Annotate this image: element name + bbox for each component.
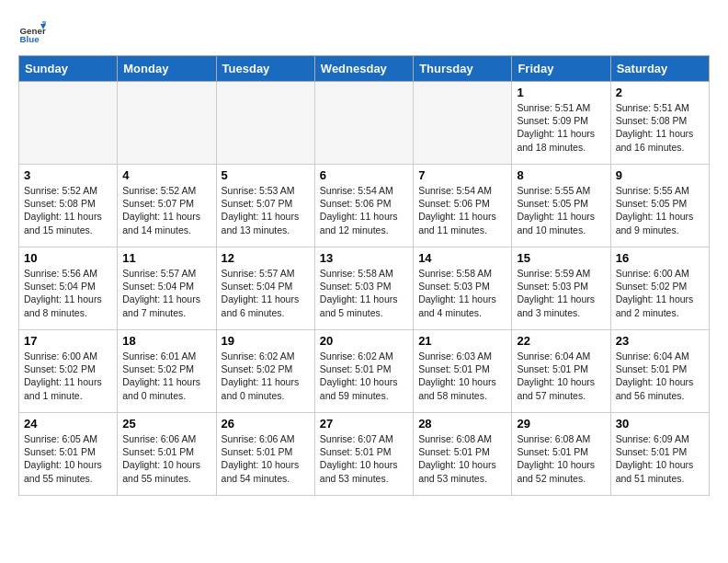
calendar-cell: 29Sunrise: 6:08 AM Sunset: 5:01 PM Dayli… bbox=[512, 413, 610, 496]
day-info: Sunrise: 6:07 AM Sunset: 5:01 PM Dayligh… bbox=[320, 432, 408, 485]
week-row-5: 24Sunrise: 6:05 AM Sunset: 5:01 PM Dayli… bbox=[19, 413, 710, 496]
calendar-cell: 27Sunrise: 6:07 AM Sunset: 5:01 PM Dayli… bbox=[314, 413, 413, 496]
calendar-table: SundayMondayTuesdayWednesdayThursdayFrid… bbox=[18, 55, 710, 496]
day-info: Sunrise: 5:54 AM Sunset: 5:06 PM Dayligh… bbox=[320, 184, 408, 236]
day-info: Sunrise: 5:54 AM Sunset: 5:06 PM Dayligh… bbox=[418, 184, 506, 236]
day-info: Sunrise: 5:55 AM Sunset: 5:05 PM Dayligh… bbox=[616, 184, 704, 236]
day-number: 5 bbox=[222, 168, 310, 182]
calendar-cell: 4Sunrise: 5:52 AM Sunset: 5:07 PM Daylig… bbox=[118, 165, 216, 247]
calendar-cell: 6Sunrise: 5:54 AM Sunset: 5:06 PM Daylig… bbox=[314, 165, 413, 247]
week-row-3: 10Sunrise: 5:56 AM Sunset: 5:04 PM Dayli… bbox=[19, 247, 710, 330]
day-number: 8 bbox=[517, 168, 605, 182]
calendar-cell: 7Sunrise: 5:54 AM Sunset: 5:06 PM Daylig… bbox=[414, 165, 512, 247]
day-info: Sunrise: 5:56 AM Sunset: 5:04 PM Dayligh… bbox=[24, 267, 112, 319]
day-number: 27 bbox=[320, 417, 408, 431]
weekday-header-row: SundayMondayTuesdayWednesdayThursdayFrid… bbox=[19, 56, 710, 82]
weekday-header-tuesday: Tuesday bbox=[216, 56, 314, 82]
calendar-cell: 8Sunrise: 5:55 AM Sunset: 5:05 PM Daylig… bbox=[512, 165, 610, 247]
day-number: 1 bbox=[517, 86, 605, 99]
calendar-cell: 1Sunrise: 5:51 AM Sunset: 5:09 PM Daylig… bbox=[512, 82, 610, 165]
day-number: 30 bbox=[616, 417, 704, 431]
calendar-cell: 10Sunrise: 5:56 AM Sunset: 5:04 PM Dayli… bbox=[19, 247, 118, 330]
calendar-cell: 20Sunrise: 6:02 AM Sunset: 5:01 PM Dayli… bbox=[314, 330, 413, 413]
calendar-cell bbox=[314, 82, 413, 165]
weekday-header-sunday: Sunday bbox=[19, 56, 118, 82]
day-info: Sunrise: 6:08 AM Sunset: 5:01 PM Dayligh… bbox=[517, 432, 605, 485]
day-number: 6 bbox=[320, 168, 408, 182]
day-number: 20 bbox=[320, 334, 408, 348]
day-info: Sunrise: 5:51 AM Sunset: 5:09 PM Dayligh… bbox=[517, 101, 605, 154]
day-number: 15 bbox=[517, 251, 605, 265]
day-info: Sunrise: 5:58 AM Sunset: 5:03 PM Dayligh… bbox=[418, 267, 506, 319]
calendar-cell bbox=[19, 82, 118, 165]
day-info: Sunrise: 6:09 AM Sunset: 5:01 PM Dayligh… bbox=[616, 432, 704, 485]
day-info: Sunrise: 6:02 AM Sunset: 5:01 PM Dayligh… bbox=[320, 350, 408, 402]
day-info: Sunrise: 6:05 AM Sunset: 5:01 PM Dayligh… bbox=[24, 432, 112, 485]
day-info: Sunrise: 6:06 AM Sunset: 5:01 PM Dayligh… bbox=[222, 432, 310, 485]
day-info: Sunrise: 5:52 AM Sunset: 5:08 PM Dayligh… bbox=[24, 184, 112, 236]
week-row-2: 3Sunrise: 5:52 AM Sunset: 5:08 PM Daylig… bbox=[19, 165, 710, 247]
calendar-cell: 11Sunrise: 5:57 AM Sunset: 5:04 PM Dayli… bbox=[118, 247, 216, 330]
day-number: 11 bbox=[122, 251, 210, 265]
day-info: Sunrise: 6:06 AM Sunset: 5:01 PM Dayligh… bbox=[122, 432, 210, 485]
calendar-cell: 28Sunrise: 6:08 AM Sunset: 5:01 PM Dayli… bbox=[414, 413, 512, 496]
day-number: 2 bbox=[616, 86, 704, 99]
day-info: Sunrise: 5:58 AM Sunset: 5:03 PM Dayligh… bbox=[320, 267, 408, 319]
day-info: Sunrise: 6:03 AM Sunset: 5:01 PM Dayligh… bbox=[418, 350, 506, 402]
calendar-cell: 5Sunrise: 5:53 AM Sunset: 5:07 PM Daylig… bbox=[216, 165, 314, 247]
day-info: Sunrise: 6:04 AM Sunset: 5:01 PM Dayligh… bbox=[517, 350, 605, 402]
calendar-cell bbox=[414, 82, 512, 165]
svg-text:Blue: Blue bbox=[20, 34, 40, 44]
calendar-cell bbox=[118, 82, 216, 165]
day-info: Sunrise: 6:02 AM Sunset: 5:02 PM Dayligh… bbox=[222, 350, 310, 402]
day-number: 21 bbox=[418, 334, 506, 348]
day-number: 28 bbox=[418, 417, 506, 431]
day-number: 4 bbox=[122, 168, 210, 182]
calendar-cell: 3Sunrise: 5:52 AM Sunset: 5:08 PM Daylig… bbox=[19, 165, 118, 247]
day-info: Sunrise: 5:57 AM Sunset: 5:04 PM Dayligh… bbox=[222, 267, 310, 319]
week-row-1: 1Sunrise: 5:51 AM Sunset: 5:09 PM Daylig… bbox=[19, 82, 710, 165]
logo: General Blue bbox=[18, 18, 50, 46]
day-number: 13 bbox=[320, 251, 408, 265]
day-info: Sunrise: 5:52 AM Sunset: 5:07 PM Dayligh… bbox=[122, 184, 210, 236]
day-info: Sunrise: 6:01 AM Sunset: 5:02 PM Dayligh… bbox=[122, 350, 210, 402]
calendar-cell: 2Sunrise: 5:51 AM Sunset: 5:08 PM Daylig… bbox=[610, 82, 709, 165]
day-number: 24 bbox=[24, 417, 112, 431]
day-number: 17 bbox=[24, 334, 112, 348]
calendar-cell: 12Sunrise: 5:57 AM Sunset: 5:04 PM Dayli… bbox=[216, 247, 314, 330]
day-info: Sunrise: 5:59 AM Sunset: 5:03 PM Dayligh… bbox=[517, 267, 605, 319]
day-info: Sunrise: 5:53 AM Sunset: 5:07 PM Dayligh… bbox=[222, 184, 310, 236]
calendar-cell: 13Sunrise: 5:58 AM Sunset: 5:03 PM Dayli… bbox=[314, 247, 413, 330]
week-row-4: 17Sunrise: 6:00 AM Sunset: 5:02 PM Dayli… bbox=[19, 330, 710, 413]
day-number: 29 bbox=[517, 417, 605, 431]
calendar-cell: 24Sunrise: 6:05 AM Sunset: 5:01 PM Dayli… bbox=[19, 413, 118, 496]
day-number: 9 bbox=[616, 168, 704, 182]
day-info: Sunrise: 6:00 AM Sunset: 5:02 PM Dayligh… bbox=[24, 350, 112, 402]
day-number: 3 bbox=[24, 168, 112, 182]
weekday-header-thursday: Thursday bbox=[414, 56, 512, 82]
day-info: Sunrise: 6:04 AM Sunset: 5:01 PM Dayligh… bbox=[616, 350, 704, 402]
weekday-header-saturday: Saturday bbox=[610, 56, 709, 82]
day-info: Sunrise: 5:55 AM Sunset: 5:05 PM Dayligh… bbox=[517, 184, 605, 236]
calendar-cell: 30Sunrise: 6:09 AM Sunset: 5:01 PM Dayli… bbox=[610, 413, 709, 496]
day-info: Sunrise: 5:57 AM Sunset: 5:04 PM Dayligh… bbox=[122, 267, 210, 319]
logo-icon: General Blue bbox=[18, 18, 46, 46]
weekday-header-wednesday: Wednesday bbox=[314, 56, 413, 82]
day-number: 10 bbox=[24, 251, 112, 265]
day-number: 12 bbox=[222, 251, 310, 265]
calendar-cell: 25Sunrise: 6:06 AM Sunset: 5:01 PM Dayli… bbox=[118, 413, 216, 496]
day-number: 22 bbox=[517, 334, 605, 348]
day-number: 26 bbox=[222, 417, 310, 431]
calendar-cell: 21Sunrise: 6:03 AM Sunset: 5:01 PM Dayli… bbox=[414, 330, 512, 413]
day-number: 18 bbox=[122, 334, 210, 348]
calendar-cell: 15Sunrise: 5:59 AM Sunset: 5:03 PM Dayli… bbox=[512, 247, 610, 330]
weekday-header-friday: Friday bbox=[512, 56, 610, 82]
calendar-cell: 23Sunrise: 6:04 AM Sunset: 5:01 PM Dayli… bbox=[610, 330, 709, 413]
day-number: 16 bbox=[616, 251, 704, 265]
weekday-header-monday: Monday bbox=[118, 56, 216, 82]
day-number: 14 bbox=[418, 251, 506, 265]
day-number: 25 bbox=[122, 417, 210, 431]
calendar-cell: 9Sunrise: 5:55 AM Sunset: 5:05 PM Daylig… bbox=[610, 165, 709, 247]
day-info: Sunrise: 6:00 AM Sunset: 5:02 PM Dayligh… bbox=[616, 267, 704, 319]
day-number: 7 bbox=[418, 168, 506, 182]
